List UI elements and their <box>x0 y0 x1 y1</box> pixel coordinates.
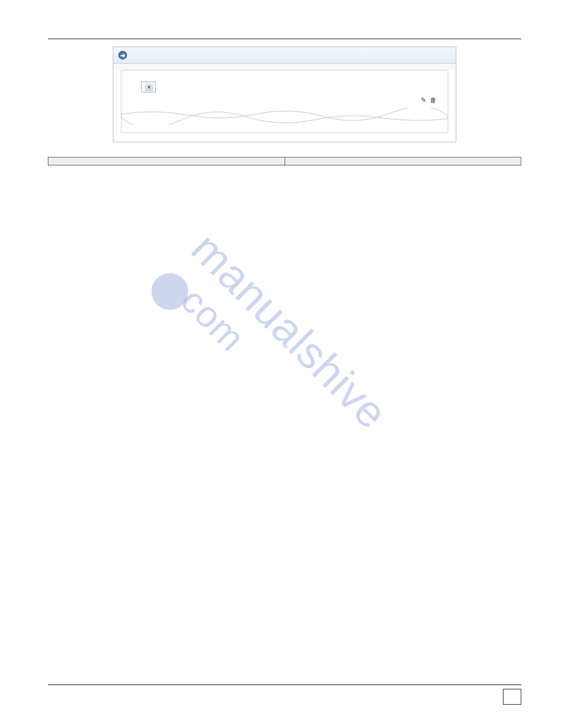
th-desc <box>285 157 521 165</box>
legend: ✎ 🗑 <box>128 96 437 104</box>
page-number <box>503 689 521 705</box>
chevron-down-icon: ▼ <box>145 83 153 91</box>
watermark: manualshivecom <box>147 223 416 493</box>
tear-gap <box>128 108 442 124</box>
description-table <box>48 157 521 165</box>
rules-panel: ▼ ✎ 🗑 <box>121 70 448 133</box>
arrow-icon: ➜ <box>118 51 127 59</box>
edit-icon: ✎ <box>421 96 426 104</box>
wan-select[interactable]: ▼ <box>141 82 156 93</box>
screenshot-panel: ➜ ▼ ✎ 🗑 <box>113 47 456 142</box>
th-label <box>48 157 285 165</box>
breadcrumb: ➜ <box>113 47 456 64</box>
trash-icon: 🗑 <box>430 96 437 104</box>
tabs <box>113 64 456 70</box>
